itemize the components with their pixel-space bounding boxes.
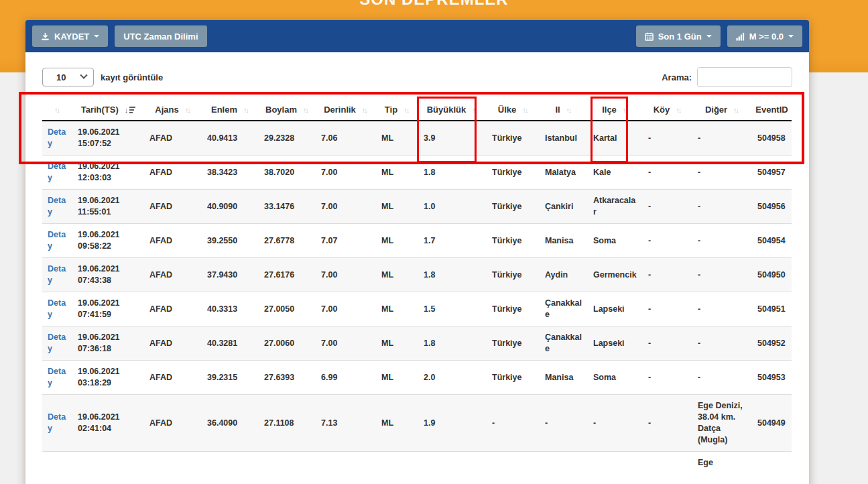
table-row: Detay19.06.202109:58:22AFAD39.255027.677… — [42, 224, 792, 258]
column-header-il[interactable]: Il↑↓ — [540, 99, 588, 121]
cell-diger: - — [692, 292, 752, 326]
column-header-derinlik[interactable]: Derinlik↑↓ — [316, 99, 376, 121]
cell-detay[interactable]: Detay — [42, 258, 72, 292]
cell-tip — [376, 452, 418, 475]
column-header-detay[interactable]: ↑↓ — [42, 99, 72, 121]
sort-icon: ↑↓ — [404, 106, 410, 114]
cell-ilce: Kartal — [588, 121, 643, 156]
table-row: Detay19.06.202102:41:04AFAD36.409027.110… — [42, 395, 792, 452]
cell-detay[interactable]: Detay — [42, 361, 72, 395]
cell-tip: ML — [376, 190, 418, 224]
cell-ulke: Türkiye — [487, 361, 540, 395]
sort-active-desc-icon: ↓ — [125, 106, 136, 114]
cell-il: Manisa — [540, 224, 588, 258]
page-size-value: 10 — [56, 72, 66, 82]
column-label: Büyüklük — [427, 105, 467, 115]
period-filter-button[interactable]: Son 1 Gün — [636, 25, 721, 47]
column-header-diger[interactable]: Diğer↑↓ — [692, 99, 752, 121]
cell-ulke: Türkiye — [487, 224, 540, 258]
detail-link[interactable]: Detay — [48, 367, 66, 387]
column-header-eventid[interactable]: EventID — [752, 99, 792, 121]
page-size-select[interactable]: 10 — [42, 68, 94, 86]
cell-ilce: - — [588, 395, 643, 452]
cell-buyukluk: 3.9 — [418, 121, 487, 156]
cell-koy: - — [643, 156, 692, 190]
column-header-ajans[interactable]: Ajans↑↓ — [144, 99, 202, 121]
sort-icon: ↑↓ — [303, 106, 309, 114]
column-header-enlem[interactable]: Enlem↑↓ — [202, 99, 259, 121]
cell-derinlik: 7.00 — [316, 326, 376, 361]
earthquake-table-wrap: ↑↓Tarih(TS)↓Ajans↑↓Enlem↑↓Boylam↑↓Derinl… — [42, 99, 792, 474]
cell-tip: ML — [376, 258, 418, 292]
screen: { "page": { "title": "SON DEPREMLER" }, … — [0, 0, 868, 484]
table-row: Detay19.06.202111:55:01AFAD40.909033.147… — [42, 190, 792, 224]
sort-icon: ↑↓ — [676, 106, 682, 114]
cell-tip: ML — [376, 156, 418, 190]
search-input[interactable] — [697, 67, 792, 87]
cell-enlem: 40.9413 — [202, 121, 259, 156]
detail-link[interactable]: Detay — [48, 127, 66, 148]
sort-icon: ↑↓ — [185, 106, 191, 114]
cell-eventid: 504953 — [752, 361, 792, 395]
utc-timezone-button[interactable]: UTC Zaman Dilimi — [115, 25, 206, 47]
table-row: Detay19.06.202112:03:03AFAD38.342338.702… — [42, 156, 792, 190]
cell-enlem: 40.3313 — [202, 292, 259, 326]
cell-detay[interactable]: Detay — [42, 292, 72, 326]
column-header-ulke[interactable]: Ülke↑↓ — [487, 99, 540, 121]
cell-detay[interactable]: Detay — [42, 326, 72, 361]
table-controls: 10 kayıt görüntüle Arama: — [25, 52, 809, 87]
cell-tarih — [72, 452, 144, 475]
save-button-label: KAYDET — [54, 32, 89, 42]
cell-tarih: 19.06.202112:03:03 — [72, 156, 144, 190]
cell-koy: - — [643, 395, 692, 452]
column-header-ilce[interactable]: Ilçe↑↓ — [588, 99, 643, 121]
cell-ajans: AFAD — [144, 361, 202, 395]
column-label: Ilçe — [602, 105, 617, 115]
column-header-koy[interactable]: Köy↑↓ — [643, 99, 692, 121]
cell-tarih: 19.06.202107:36:18 — [72, 326, 144, 361]
magnitude-filter-button[interactable]: M >= 0.0 — [727, 25, 802, 47]
detail-link[interactable]: Detay — [48, 332, 66, 353]
cell-derinlik: 7.00 — [316, 190, 376, 224]
table-row: Detay19.06.202107:41:59AFAD40.331327.005… — [42, 292, 792, 326]
column-header-boylam[interactable]: Boylam↑↓ — [259, 99, 316, 121]
period-filter-label: Son 1 Gün — [658, 32, 702, 42]
bar-chart-icon — [736, 32, 745, 41]
date-text: 19.06.2021 — [78, 195, 139, 206]
column-header-tip[interactable]: Tip↑↓ — [376, 99, 418, 121]
column-label: Boylam — [265, 105, 297, 115]
detail-link[interactable]: Detay — [48, 298, 66, 319]
cell-diger: - — [692, 361, 752, 395]
column-header-buyukluk[interactable]: Büyüklük↑↓ — [418, 99, 487, 121]
date-text: 19.06.2021 — [78, 412, 139, 423]
detail-link[interactable]: Detay — [48, 264, 66, 285]
cell-detay[interactable]: Detay — [42, 121, 72, 156]
cell-detay[interactable]: Detay — [42, 156, 72, 190]
cell-il: Istanbul — [540, 121, 588, 156]
search-label: Arama: — [662, 72, 692, 82]
detail-link[interactable]: Detay — [48, 162, 66, 182]
cell-koy: - — [643, 121, 692, 156]
cell-detay[interactable]: Detay — [42, 224, 72, 258]
detail-link[interactable]: Detay — [48, 196, 66, 217]
cell-boylam: 27.0050 — [259, 292, 316, 326]
caret-down-icon — [788, 35, 794, 38]
cell-tarih: 19.06.202109:58:22 — [72, 224, 144, 258]
cell-derinlik: 7.00 — [316, 258, 376, 292]
detail-link[interactable]: Detay — [48, 412, 66, 433]
cell-koy: - — [643, 361, 692, 395]
detail-link[interactable]: Detay — [48, 230, 66, 251]
utc-button-label: UTC Zaman Dilimi — [123, 32, 198, 42]
search-area: Arama: — [662, 67, 792, 87]
cell-koy — [643, 452, 692, 475]
cell-tip: ML — [376, 326, 418, 361]
save-button[interactable]: KAYDET — [32, 25, 108, 47]
column-header-tarih[interactable]: Tarih(TS)↓ — [72, 99, 144, 121]
cell-detay[interactable]: Detay — [42, 190, 72, 224]
cell-detay[interactable]: Detay — [42, 395, 72, 452]
column-label: Ülke — [498, 105, 516, 115]
cell-tip: ML — [376, 224, 418, 258]
cell-ajans: AFAD — [144, 395, 202, 452]
cell-diger: Ege — [692, 452, 752, 475]
date-text: 19.06.2021 — [78, 366, 139, 377]
